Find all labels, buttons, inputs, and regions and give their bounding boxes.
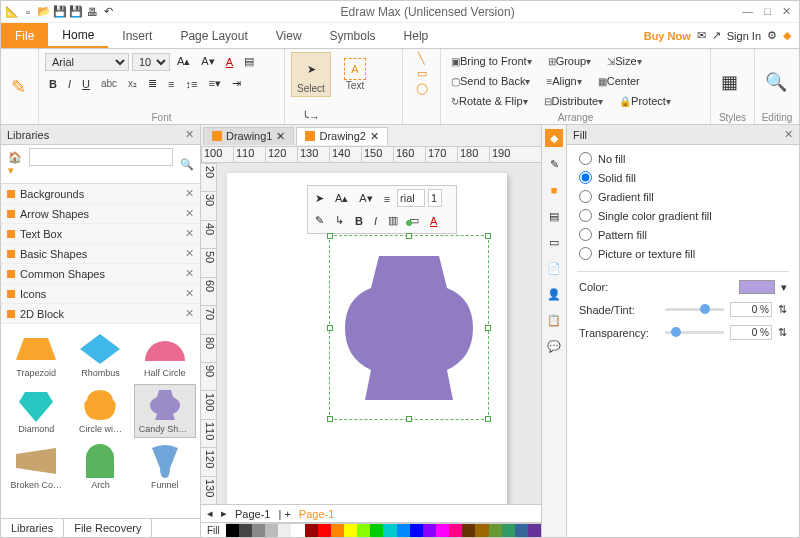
- color-swatch[interactable]: [331, 524, 344, 537]
- shade-value[interactable]: [730, 302, 772, 317]
- color-dropdown-icon[interactable]: ▾: [781, 281, 787, 294]
- doc-tool-icon[interactable]: 📄: [545, 259, 563, 277]
- file-menu[interactable]: File: [1, 23, 48, 48]
- color-swatch[interactable]: [449, 524, 462, 537]
- library-category[interactable]: Backgrounds✕: [1, 184, 200, 204]
- shape-funnel[interactable]: Funnel: [134, 440, 196, 494]
- send-back-button[interactable]: ▢ Send to Back ▾: [447, 72, 534, 90]
- distribute-button[interactable]: ⊟ Distribute▾: [540, 92, 607, 110]
- select-tool[interactable]: ➤ Select: [291, 52, 331, 97]
- mini-align-icon[interactable]: ≡: [380, 189, 394, 208]
- font-family-select[interactable]: Arial: [45, 53, 129, 71]
- bring-front-button[interactable]: ▣ Bring to Front ▾: [447, 52, 536, 70]
- line-tool-icon[interactable]: ✎: [545, 155, 563, 173]
- color-swatch[interactable]: [397, 524, 410, 537]
- shape-halfcircle[interactable]: Half Circle: [134, 328, 196, 382]
- color-swatch[interactable]: [410, 524, 423, 537]
- color-swatch[interactable]: [278, 524, 291, 537]
- library-category[interactable]: Arrow Shapes✕: [1, 204, 200, 224]
- fill-option[interactable]: Picture or texture fill: [567, 244, 799, 263]
- transparency-value[interactable]: [730, 325, 772, 340]
- tab-view[interactable]: View: [262, 23, 316, 48]
- layers-icon[interactable]: ▤: [545, 207, 563, 225]
- close-icon[interactable]: ✕: [370, 130, 379, 143]
- library-search-input[interactable]: [29, 148, 173, 166]
- color-swatch[interactable]: [489, 524, 502, 537]
- strike-button[interactable]: abc: [97, 75, 121, 92]
- home-icon[interactable]: 🏠▾: [4, 148, 26, 180]
- fill-option[interactable]: Solid fill: [567, 168, 799, 187]
- shape-circlewi[interactable]: Circle wi…: [69, 384, 131, 438]
- line-spacing-icon[interactable]: ↕≡: [182, 75, 202, 93]
- comment-icon[interactable]: 💬: [545, 337, 563, 355]
- font-shrink-icon[interactable]: A▾: [197, 52, 218, 71]
- mini-brush-icon[interactable]: ✎: [311, 211, 328, 230]
- next-page-icon[interactable]: ▸: [221, 507, 227, 520]
- align-left-icon[interactable]: ≡: [164, 75, 178, 93]
- shape-arch[interactable]: Arch: [69, 440, 131, 494]
- share-icon[interactable]: ↗: [712, 29, 721, 42]
- window-min-button[interactable]: —: [742, 5, 753, 17]
- mini-grow-icon[interactable]: A▴: [331, 189, 352, 208]
- color-swatch[interactable]: [423, 524, 436, 537]
- mini-connector-icon[interactable]: ↳: [331, 211, 348, 230]
- color-swatch[interactable]: [305, 524, 318, 537]
- resize-handle[interactable]: [485, 416, 491, 422]
- shape-rhombus[interactable]: Rhombus: [69, 328, 131, 382]
- fill-option[interactable]: Gradient fill: [567, 187, 799, 206]
- font-color-icon[interactable]: A: [222, 53, 237, 71]
- format-painter-icon[interactable]: ✎: [7, 73, 30, 101]
- color-swatch[interactable]: [436, 524, 449, 537]
- color-swatch[interactable]: [370, 524, 383, 537]
- resize-handle[interactable]: [485, 325, 491, 331]
- mini-font-input[interactable]: [397, 189, 425, 207]
- page-label[interactable]: Page-1: [235, 508, 270, 520]
- qat-new-icon[interactable]: ▫: [21, 5, 35, 19]
- tab-page-layout[interactable]: Page Layout: [166, 23, 261, 48]
- window-max-button[interactable]: □: [764, 5, 771, 17]
- mini-size-input[interactable]: [428, 189, 442, 207]
- shape-trapezoid[interactable]: Trapezoid: [5, 328, 67, 382]
- color-swatch[interactable]: [239, 524, 252, 537]
- resize-handle[interactable]: [327, 325, 333, 331]
- qat-save-icon[interactable]: 💾: [53, 5, 67, 19]
- file-recovery-tab[interactable]: File Recovery: [64, 519, 152, 537]
- text-tool[interactable]: A Text: [335, 56, 375, 93]
- italic-button[interactable]: I: [64, 75, 75, 93]
- font-size-select[interactable]: 10: [132, 53, 170, 71]
- shape-diamond[interactable]: Diamond: [5, 384, 67, 438]
- shade-slider[interactable]: [665, 308, 724, 311]
- tab-home[interactable]: Home: [48, 23, 108, 48]
- color-swatch[interactable]: [502, 524, 515, 537]
- line-shape-icon[interactable]: ╲: [418, 52, 425, 65]
- doc-tab-2[interactable]: Drawing2✕: [296, 127, 387, 145]
- color-swatch[interactable]: [739, 280, 775, 294]
- page-tool-icon[interactable]: ▭: [545, 233, 563, 251]
- mini-italic-button[interactable]: I: [370, 211, 381, 230]
- mini-color-icon[interactable]: A: [426, 211, 441, 230]
- clipboard-icon[interactable]: 📋: [545, 311, 563, 329]
- library-category[interactable]: Basic Shapes✕: [1, 244, 200, 264]
- protect-button[interactable]: 🔒 Protect▾: [615, 92, 675, 110]
- transparency-stepper[interactable]: ⇅: [778, 326, 787, 339]
- buy-now-link[interactable]: Buy Now: [644, 30, 691, 42]
- color-swatch[interactable]: [462, 524, 475, 537]
- highlight-icon[interactable]: ▤: [240, 52, 258, 71]
- color-swatch[interactable]: [475, 524, 488, 537]
- tab-help[interactable]: Help: [390, 23, 443, 48]
- qat-saveall-icon[interactable]: 💾: [69, 5, 83, 19]
- mail-icon[interactable]: ✉: [697, 29, 706, 42]
- rect-shape-icon[interactable]: ▭: [417, 67, 427, 80]
- align-dropdown-icon[interactable]: ≡▾: [204, 74, 224, 93]
- library-category[interactable]: Common Shapes✕: [1, 264, 200, 284]
- rotate-handle[interactable]: [406, 220, 412, 226]
- color-swatch[interactable]: [265, 524, 278, 537]
- tab-insert[interactable]: Insert: [108, 23, 166, 48]
- align-button[interactable]: ≡ Align▾: [542, 72, 585, 90]
- styles-icon[interactable]: ▦: [717, 68, 742, 96]
- fill-tool-icon[interactable]: ◆: [545, 129, 563, 147]
- libraries-tab[interactable]: Libraries: [1, 519, 64, 537]
- shade-stepper[interactable]: ⇅: [778, 303, 787, 316]
- mini-shrink-icon[interactable]: A▾: [355, 189, 376, 208]
- color-swatch[interactable]: [226, 524, 239, 537]
